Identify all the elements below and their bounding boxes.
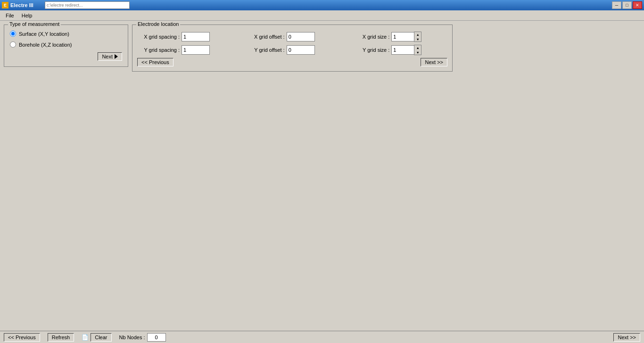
y-offset-row: Y grid offset : [242,45,343,55]
y-size-spinner: ▲ ▼ [391,45,421,55]
x-size-down-button[interactable]: ▼ [414,37,421,41]
statusbar-next-section: Next >> [613,333,640,342]
y-size-down-button[interactable]: ▼ [414,50,421,55]
y-offset-input[interactable] [287,45,315,55]
statusbar-prev-section: << Previous [4,333,40,342]
y-spacing-label: Y grid spacing : [137,47,180,53]
measurement-group: Type of measurement Surface (X,Y locatio… [4,24,128,67]
statusbar: << Previous Refresh 📄 Clear Nb Nodes : N… [0,331,644,343]
close-button[interactable]: ✕ [633,1,642,9]
next-arrow-icon [115,54,118,59]
titlebar-left: E Electre III [2,1,130,9]
nb-nodes-label: Nb Nodes : [119,335,145,340]
x-size-input[interactable] [391,32,414,41]
y-size-label: Y grid size : [347,47,389,53]
statusbar-next-button[interactable]: Next >> [613,333,640,342]
statusbar-clear-section: 📄 Clear [82,333,111,342]
surface-radio[interactable] [10,31,16,37]
electrode-nav: << Previous Next >> [137,58,447,66]
y-offset-label: Y grid offset : [242,47,285,53]
measurement-next-button[interactable]: Next [98,52,122,61]
x-spacing-label: X grid spacing : [137,34,180,40]
titlebar-controls: ─ □ ✕ [612,1,642,9]
x-spacing-input[interactable] [182,32,210,41]
x-size-spinner-btns: ▲ ▼ [414,32,421,42]
x-size-spinner: ▲ ▼ [391,32,421,42]
menu-file[interactable]: File [2,12,18,19]
electrode-group: Electrode location X grid spacing : X gr… [132,24,453,72]
measurement-group-title: Type of measurement [8,21,61,27]
surface-radio-row: Surface (X,Y location) [8,31,124,37]
y-size-up-button[interactable]: ▲ [414,45,421,50]
electrode-group-title: Electrode location [136,21,180,27]
borehole-radio[interactable] [10,41,16,48]
titlebar: E Electre III ─ □ ✕ [0,0,644,10]
minimize-button[interactable]: ─ [612,1,621,9]
y-spacing-input[interactable] [182,45,210,55]
statusbar-refresh-section: Refresh [48,333,74,342]
x-offset-row: X grid offset : [242,32,343,42]
x-size-label: X grid size : [347,34,389,40]
app-icon: E [2,2,8,8]
statusbar-clear-button[interactable]: Clear [91,333,111,342]
y-size-spinner-btns: ▲ ▼ [414,45,421,55]
borehole-label[interactable]: Borehole (X,Z location) [19,42,72,48]
statusbar-prev-button[interactable]: << Previous [4,333,40,342]
restore-button[interactable]: □ [622,1,632,9]
clear-doc-icon: 📄 [82,334,89,341]
app-title: Electre III [10,2,33,8]
y-spacing-row: Y grid spacing : [137,45,238,55]
electrode-next-button[interactable]: Next >> [421,58,447,66]
y-size-row: Y grid size : ▲ ▼ [347,45,447,55]
menu-help[interactable]: Help [18,12,36,19]
statusbar-refresh-button[interactable]: Refresh [48,333,74,342]
nb-nodes-input[interactable] [147,333,166,342]
electrode-prev-button[interactable]: << Previous [137,58,173,66]
x-offset-label: X grid offset : [242,34,285,40]
y-size-input[interactable] [391,45,414,55]
main-content: Type of measurement Surface (X,Y locatio… [0,21,644,331]
x-size-up-button[interactable]: ▲ [414,32,421,37]
electrode-grid: X grid spacing : X grid offset : X grid … [137,32,447,55]
x-offset-input[interactable] [287,32,315,41]
statusbar-nodes-section: Nb Nodes : [119,333,166,342]
x-size-row: X grid size : ▲ ▼ [347,32,447,42]
measurement-next-row: Next [8,52,124,61]
menubar: File Help [0,10,644,21]
x-spacing-row: X grid spacing : [137,32,238,42]
surface-label[interactable]: Surface (X,Y location) [19,31,69,37]
address-bar[interactable] [45,1,130,9]
borehole-radio-row: Borehole (X,Z location) [8,41,124,48]
